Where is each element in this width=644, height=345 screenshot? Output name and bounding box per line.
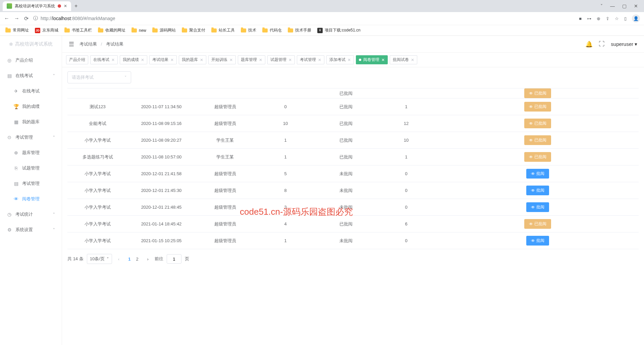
review-button[interactable]: 👁已批阅: [524, 135, 551, 145]
tab-item[interactable]: 批阅试卷✕: [390, 55, 417, 64]
close-icon[interactable]: ✕: [229, 58, 233, 62]
next-page-button[interactable]: ›: [145, 255, 151, 263]
bookmark-item[interactable]: 代码仓: [262, 27, 282, 33]
expand-icon: ˅: [53, 228, 55, 232]
sidebar-sub-item[interactable]: ▦我的题库: [0, 114, 62, 130]
browser-tab[interactable]: 高校培训考试学习系统 ✕: [3, 1, 71, 11]
table-row: 全能考试2020-11-08 09:15:16超级管理员10已批阅12👁已批阅: [67, 115, 639, 132]
goto-page-input[interactable]: [167, 254, 181, 264]
close-icon[interactable]: ✕: [411, 58, 414, 62]
close-window-icon[interactable]: ✕: [634, 3, 638, 9]
search-icon[interactable]: ⊕: [597, 16, 600, 21]
tab-item[interactable]: 考试结果✕: [149, 55, 177, 64]
address-bar[interactable]: ⓘ http://localhost:8080/#/markManage: [33, 15, 574, 21]
folder-icon: [262, 28, 268, 32]
review-button[interactable]: 👁批阅: [526, 169, 549, 179]
caret-down-icon: ▾: [635, 41, 637, 47]
page-number[interactable]: 1: [125, 255, 133, 263]
close-icon[interactable]: ✕: [381, 58, 385, 62]
sidebar-item[interactable]: ⚙系统设置˅: [0, 222, 62, 237]
bookmark-item[interactable]: 常用网址: [5, 27, 29, 33]
close-icon[interactable]: ✕: [111, 58, 115, 62]
tab-item[interactable]: 我的成绩✕: [120, 55, 147, 64]
bookmark-item[interactable]: 站长工具: [211, 27, 235, 33]
page-number[interactable]: 2: [133, 255, 141, 263]
bookmark-item[interactable]: JD京东商城: [35, 27, 58, 33]
tab-item[interactable]: 考试管理✕: [297, 55, 324, 64]
close-icon[interactable]: ✕: [347, 58, 351, 62]
close-icon[interactable]: ✕: [170, 58, 174, 62]
camera-icon[interactable]: ■: [579, 16, 582, 21]
user-menu[interactable]: superuser ▾: [611, 41, 637, 47]
panel-icon[interactable]: ▯: [624, 16, 627, 21]
close-icon[interactable]: ✕: [288, 58, 292, 62]
forward-icon[interactable]: →: [14, 15, 19, 21]
folder-icon: [182, 28, 187, 32]
bookmark-item[interactable]: 源码网站: [152, 27, 176, 33]
sidebar-sub-item[interactable]: ⎘试题管理: [0, 160, 62, 176]
review-button[interactable]: 👁已批阅: [524, 88, 551, 98]
close-icon[interactable]: ✕: [318, 58, 321, 62]
key-icon[interactable]: ⊶: [587, 16, 591, 21]
star-icon[interactable]: ☆: [615, 16, 619, 21]
bookmark-item[interactable]: 聚合支付: [182, 27, 205, 33]
bookmark-item[interactable]: 技术: [241, 27, 256, 33]
review-button[interactable]: 👁已批阅: [524, 119, 551, 128]
sidebar-sub-item[interactable]: ⊕题库管理: [0, 145, 62, 160]
sidebar-item[interactable]: ⊙考试管理˄: [0, 130, 62, 145]
sidebar-sub-item[interactable]: 👁阅卷管理: [0, 191, 62, 207]
eye-icon: 👁: [529, 222, 533, 226]
folder-icon: [64, 28, 70, 32]
tab-item[interactable]: 在线考试✕: [90, 55, 118, 64]
exam-select[interactable]: 请选择考试 ˅: [67, 71, 131, 83]
new-tab-button[interactable]: +: [74, 3, 77, 9]
tab-item[interactable]: 开始训练✕: [208, 55, 236, 64]
close-icon[interactable]: ✕: [64, 4, 67, 8]
browser-tab-bar: 高校培训考试学习系统 ✕ + ˅ — ▢ ✕: [0, 0, 644, 12]
review-button[interactable]: 👁批阅: [526, 236, 549, 246]
sidebar-sub-item[interactable]: ✈在线考试: [0, 83, 62, 99]
bookmark-item[interactable]: 收藏的网址: [98, 27, 125, 33]
fullscreen-icon[interactable]: ⛶: [599, 41, 605, 48]
hamburger-icon[interactable]: ☰: [69, 41, 74, 48]
tab-item[interactable]: 我的题库✕: [179, 55, 206, 64]
share-icon[interactable]: ⇪: [606, 16, 609, 21]
tab-item[interactable]: 阅卷管理✕: [356, 55, 388, 64]
review-button[interactable]: 👁批阅: [526, 186, 549, 195]
sidebar-sub-item[interactable]: 🏆我的成绩: [0, 99, 62, 114]
bookmark-item[interactable]: ¥项目下载:code51.cn: [317, 27, 361, 33]
expand-icon: ˄: [53, 135, 55, 140]
bookmark-item[interactable]: 技术手册: [288, 27, 311, 33]
content: 请选择考试 ˅ 已批阅👁已批阅测试1232020-11-07 11:34:50超…: [62, 67, 644, 345]
sidebar-item[interactable]: ◎产品介绍: [0, 53, 62, 68]
tab-item[interactable]: 题库管理✕: [238, 55, 265, 64]
close-icon[interactable]: ✕: [259, 58, 262, 62]
menu-icon: ◎: [7, 58, 12, 63]
review-button[interactable]: 👁批阅: [526, 202, 549, 212]
close-icon[interactable]: ✕: [200, 58, 203, 62]
review-button[interactable]: 👁已批阅: [524, 219, 551, 229]
tab-item[interactable]: 添加考试✕: [326, 55, 354, 64]
maximize-icon[interactable]: ▢: [622, 3, 627, 9]
bell-icon[interactable]: 🔔: [585, 41, 593, 48]
tab-item[interactable]: 试题管理✕: [267, 55, 295, 64]
data-table: 已批阅👁已批阅测试1232020-11-07 11:34:50超级管理员0已批阅…: [67, 88, 639, 249]
sidebar-item[interactable]: ▤在线考试˄: [0, 68, 62, 83]
sidebar-sub-item[interactable]: ▤考试管理: [0, 176, 62, 191]
minimize-icon[interactable]: —: [610, 3, 615, 9]
reload-icon[interactable]: ⟳: [24, 15, 29, 22]
review-button[interactable]: 👁已批阅: [524, 152, 551, 162]
prev-page-button[interactable]: ‹: [115, 255, 122, 263]
bookmark-item[interactable]: new: [131, 28, 146, 33]
close-icon[interactable]: ✕: [141, 58, 144, 62]
bookmark-item[interactable]: 书签工具栏: [64, 27, 92, 33]
sidebar-item[interactable]: ◷考试统计˅: [0, 207, 62, 222]
review-button[interactable]: 👁已批阅: [524, 102, 551, 112]
back-icon[interactable]: ←: [4, 15, 9, 21]
menu-icon: ✈: [13, 88, 19, 94]
eye-icon: 👁: [529, 121, 533, 126]
profile-icon[interactable]: 👤: [632, 14, 640, 22]
page-size-select[interactable]: 10条/页 ˅: [87, 254, 112, 264]
chevron-down-icon[interactable]: ˅: [600, 3, 603, 9]
tab-item[interactable]: 产品介绍: [66, 55, 88, 64]
